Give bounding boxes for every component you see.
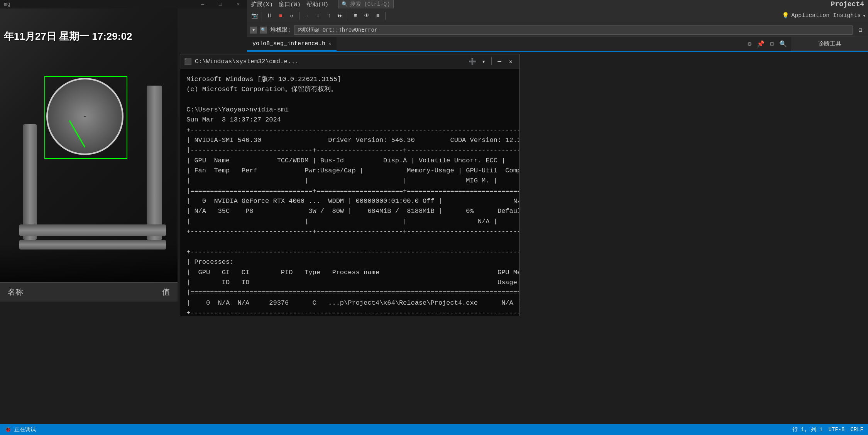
cmd-output: Microsoft Windows [版本 10.0.22621.3155] (… bbox=[186, 74, 513, 316]
status-crlf: CRLF bbox=[850, 427, 863, 433]
pipe-3 bbox=[19, 224, 166, 236]
maximize-button[interactable]: □ bbox=[212, 0, 229, 8]
sep-4 bbox=[385, 12, 386, 20]
vs-toolbar: 📷 ⏸ ■ ↺ → ↓ ↑ ⏭ ⊞ 👁 ≡ 💡 Application Insi… bbox=[247, 8, 868, 23]
application-insights-label: Application Insights bbox=[791, 12, 861, 19]
screenshot-icon[interactable]: 📷 bbox=[249, 11, 259, 21]
cmd-new-tab[interactable]: ➕ bbox=[468, 57, 477, 66]
cmd-minimize[interactable]: — bbox=[495, 57, 504, 66]
camera-panel: 年11月27日 星期一 17:29:02 名称 值 bbox=[0, 8, 178, 302]
step-over-button[interactable]: → bbox=[302, 11, 312, 21]
menu-help[interactable]: 帮助(H) bbox=[306, 1, 328, 8]
code-editor-area bbox=[525, 52, 868, 435]
tab-bar: yolo8_seg_inference.h ✕ ⚙ 📌 ⊡ 🔍 bbox=[247, 37, 791, 51]
diagnostics-header[interactable]: 诊断工具 bbox=[791, 37, 868, 51]
minimize-button[interactable]: — bbox=[194, 0, 212, 8]
stack-trace-label: 堆栈跟: bbox=[270, 26, 291, 34]
debug-filter-icon[interactable]: ▼ bbox=[250, 27, 257, 34]
status-line-col: 行 1, 列 1 bbox=[792, 426, 822, 433]
debug-search-icon[interactable]: 🔍 bbox=[260, 27, 267, 34]
vs-menu-bar: 扩展(X) 窗口(W) 帮助(H) 🔍 搜索 (Ctrl+Q) Project4 bbox=[247, 0, 868, 8]
tab-zoom-icon[interactable]: 🔍 bbox=[778, 39, 788, 49]
sep-1 bbox=[262, 12, 262, 20]
project-name: Project4 bbox=[831, 0, 864, 8]
tab-bar-right-icons: ⚙ 📌 ⊡ 🔍 bbox=[745, 37, 791, 51]
cmd-window-controls[interactable]: ➕ ▾ — ✕ bbox=[468, 57, 515, 66]
camera-gradient-overlay bbox=[0, 244, 178, 282]
restart-button[interactable]: ↺ bbox=[287, 11, 297, 21]
tab-split-icon[interactable]: ⊡ bbox=[767, 39, 777, 49]
insights-dropdown-arrow[interactable]: ▾ bbox=[863, 13, 866, 19]
cmd-titlebar: ⬛ C:\Windows\system32\cmd.e... ➕ ▾ — ✕ bbox=[180, 54, 519, 69]
cmd-dropdown[interactable]: ▾ bbox=[479, 57, 488, 66]
sep-3 bbox=[348, 12, 348, 20]
sep-2 bbox=[299, 12, 299, 20]
detection-box bbox=[44, 76, 127, 159]
search-text: 搜索 (Ctrl+Q) bbox=[350, 1, 390, 8]
diagnostics-label: 诊断工具 bbox=[818, 40, 841, 47]
menu-extend[interactable]: 扩展(X) bbox=[251, 1, 273, 8]
search-box[interactable]: 🔍 搜索 (Ctrl+Q) bbox=[338, 0, 394, 9]
datetime-display: 年11月27日 星期一 17:29:02 bbox=[4, 30, 132, 43]
cmd-content-area[interactable]: Microsoft Windows [版本 10.0.22621.3155] (… bbox=[180, 69, 519, 316]
pipe-1 bbox=[147, 86, 162, 240]
continue-button[interactable]: ⏭ bbox=[335, 11, 345, 21]
bottom-status-bar: 名称 值 bbox=[0, 282, 178, 302]
step-out-button[interactable]: ↑ bbox=[324, 11, 334, 21]
cmd-title: C:\Windows\system32\cmd.e... bbox=[195, 58, 465, 65]
tab-settings-icon[interactable]: ⚙ bbox=[745, 39, 754, 49]
menu-window[interactable]: 窗口(W) bbox=[279, 1, 301, 8]
insights-icon: 💡 bbox=[782, 12, 789, 19]
cmd-icon: ⬛ bbox=[184, 58, 192, 66]
label-name: 名称 bbox=[8, 287, 23, 297]
vs-status-bar: 🐞 正在调试 行 1, 列 1 UTF-8 CRLF bbox=[0, 424, 868, 435]
stack-trace-dropdown[interactable]: 内联框架 Ort::ThrowOnError bbox=[294, 25, 853, 35]
window-title: mg bbox=[4, 1, 10, 7]
call-stack-icon[interactable]: ≡ bbox=[373, 11, 383, 21]
stop-button[interactable]: ■ bbox=[276, 11, 286, 21]
active-tab-close[interactable]: ✕ bbox=[328, 41, 331, 47]
window-titlebar: mg — □ ✕ bbox=[0, 0, 247, 8]
debug-extra-btn[interactable]: ⊟ bbox=[856, 25, 865, 35]
active-tab[interactable]: yolo8_seg_inference.h ✕ bbox=[247, 37, 337, 51]
status-debug-label: 🐞 正在调试 bbox=[5, 426, 36, 433]
application-insights-area[interactable]: 💡 Application Insights ▾ bbox=[782, 12, 866, 19]
close-button[interactable]: ✕ bbox=[229, 0, 247, 8]
pipe-2 bbox=[23, 124, 37, 240]
watch-icon[interactable]: 👁 bbox=[362, 11, 372, 21]
cmd-window: ⬛ C:\Windows\system32\cmd.e... ➕ ▾ — ✕ M… bbox=[180, 54, 519, 316]
cmd-sep bbox=[491, 57, 492, 65]
pause-button[interactable]: ⏸ bbox=[264, 11, 274, 21]
camera-feed: 年11月27日 星期一 17:29:02 bbox=[0, 8, 178, 302]
tab-pin-icon[interactable]: 📌 bbox=[756, 39, 765, 49]
status-encoding: UTF-8 bbox=[828, 427, 844, 433]
cmd-close[interactable]: ✕ bbox=[506, 57, 515, 66]
window-controls[interactable]: — □ ✕ bbox=[194, 0, 247, 8]
step-into-button[interactable]: ↓ bbox=[313, 11, 323, 21]
debug-bar: ▼ 🔍 堆栈跟: 内联框架 Ort::ThrowOnError ⊟ bbox=[247, 23, 868, 37]
active-tab-label: yolo8_seg_inference.h bbox=[252, 40, 325, 47]
search-icon: 🔍 bbox=[342, 1, 348, 7]
breakpoints-icon[interactable]: ⊞ bbox=[350, 11, 360, 21]
label-value: 值 bbox=[162, 287, 170, 297]
